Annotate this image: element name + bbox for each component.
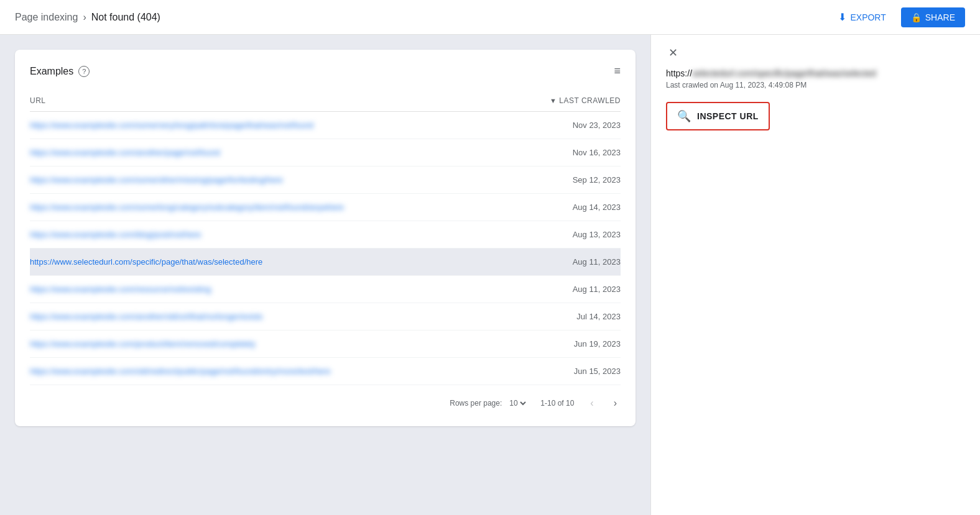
filter-icon[interactable]: ≡ [614, 65, 621, 78]
table-row[interactable]: https://www.examplesite.com/resource/not… [30, 276, 621, 303]
panel-crawl-info: Last crawled on Aug 11, 2023, 4:49:08 PM [666, 81, 965, 89]
table-row[interactable]: https://www.examplesite.com/some/very/lo… [30, 112, 621, 139]
help-icon[interactable]: ? [78, 66, 90, 77]
table-cell-url: https://www.examplesite.com/resource/not… [30, 276, 512, 303]
breadcrumb: Page indexing › Not found (404) [15, 12, 160, 23]
share-button[interactable]: 🔒 SHARE [901, 7, 965, 27]
breadcrumb-separator: › [83, 12, 86, 23]
lock-icon: 🔒 [911, 12, 922, 22]
export-label: EXPORT [850, 12, 885, 22]
download-icon: ⬇ [838, 11, 846, 23]
sort-down-icon: ▼ [550, 97, 557, 104]
table-cell-url: https://www.selectedurl.com/specific/pag… [30, 248, 512, 276]
table-cell-date: Sep 12, 2023 [512, 166, 621, 194]
table-row[interactable]: https://www.examplesite.com/old/redirect… [30, 358, 621, 385]
table-row[interactable]: https://www.examplesite.com/some/other/m… [30, 166, 621, 194]
table-cell-date: Aug 14, 2023 [512, 194, 621, 221]
col-date-header: ▼ Last crawled [512, 90, 621, 112]
card-title: Examples [30, 66, 73, 77]
rows-per-page-select[interactable]: 10 25 50 [507, 398, 528, 408]
search-icon: 🔍 [677, 109, 691, 123]
share-label: SHARE [925, 12, 955, 22]
table-cell-url: https://www.examplesite.com/product/item… [30, 330, 512, 358]
table-cell-date: Aug 13, 2023 [512, 221, 621, 248]
inspect-url-label: INSPECT URL [697, 111, 759, 121]
table-row[interactable]: https://www.examplesite.com/some/long/ca… [30, 194, 621, 221]
card-title-row: Examples ? [30, 66, 90, 77]
panel-url: https://selectedurl.com/specific/page/th… [666, 68, 965, 78]
table-cell-date: Nov 16, 2023 [512, 139, 621, 166]
table-footer: Rows per page: 10 25 50 1-10 of 10 ‹ › [30, 385, 621, 411]
inspect-url-button[interactable]: 🔍 INSPECT URL [666, 102, 770, 130]
panel-url-blurred: selectedurl.com/specific/page/that/was/s… [692, 68, 876, 78]
next-page-button[interactable]: › [610, 395, 621, 411]
main-layout: Examples ? ≡ URL ▼ Last crawled [0, 35, 980, 515]
top-header: Page indexing › Not found (404) ⬇ EXPORT… [0, 0, 980, 35]
header-actions: ⬇ EXPORT 🔒 SHARE [831, 6, 965, 28]
table-cell-url: https://www.examplesite.com/old/redirect… [30, 358, 512, 385]
examples-card: Examples ? ≡ URL ▼ Last crawled [15, 50, 636, 426]
table-cell-date: Nov 23, 2023 [512, 112, 621, 139]
table-cell-date: Jul 14, 2023 [512, 303, 621, 330]
table-cell-url: https://www.examplesite.com/some/long/ca… [30, 194, 512, 221]
table-cell-url: https://www.examplesite.com/another/page… [30, 139, 512, 166]
left-panel: Examples ? ≡ URL ▼ Last crawled [0, 35, 650, 515]
close-button[interactable]: ✕ [666, 45, 680, 61]
table-cell-url: https://www.examplesite.com/blog/post/no… [30, 221, 512, 248]
export-button[interactable]: ⬇ EXPORT [831, 6, 893, 28]
table-row[interactable]: https://www.examplesite.com/blog/post/no… [30, 221, 621, 248]
table-row[interactable]: https://www.examplesite.com/another/page… [30, 139, 621, 166]
right-panel-close: ✕ [666, 45, 965, 61]
table-row[interactable]: https://www.examplesite.com/product/item… [30, 330, 621, 358]
url-table: URL ▼ Last crawled https://www.examplesi… [30, 90, 621, 385]
card-header: Examples ? ≡ [30, 65, 621, 78]
table-row[interactable]: https://www.examplesite.com/another/old/… [30, 303, 621, 330]
table-cell-url: https://www.examplesite.com/some/very/lo… [30, 112, 512, 139]
pagination-info: 1-10 of 10 [540, 399, 574, 408]
rows-per-page-control: Rows per page: 10 25 50 [450, 398, 528, 408]
table-cell-date: Aug 11, 2023 [512, 276, 621, 303]
table-cell-date: Jun 19, 2023 [512, 330, 621, 358]
table-cell-url: https://www.examplesite.com/another/old/… [30, 303, 512, 330]
table-cell-date: Jun 15, 2023 [512, 358, 621, 385]
panel-url-prefix: https:// [666, 68, 692, 78]
breadcrumb-parent[interactable]: Page indexing [15, 12, 78, 23]
col-url-header: URL [30, 90, 512, 112]
table-cell-date: Aug 11, 2023 [512, 248, 621, 276]
rows-per-page-label: Rows per page: [450, 399, 502, 408]
prev-page-button[interactable]: ‹ [586, 395, 597, 411]
right-panel: ✕ https://selectedurl.com/specific/page/… [650, 35, 980, 515]
table-row[interactable]: https://www.selectedurl.com/specific/pag… [30, 248, 621, 276]
breadcrumb-current: Not found (404) [91, 12, 160, 23]
table-cell-url: https://www.examplesite.com/some/other/m… [30, 166, 512, 194]
